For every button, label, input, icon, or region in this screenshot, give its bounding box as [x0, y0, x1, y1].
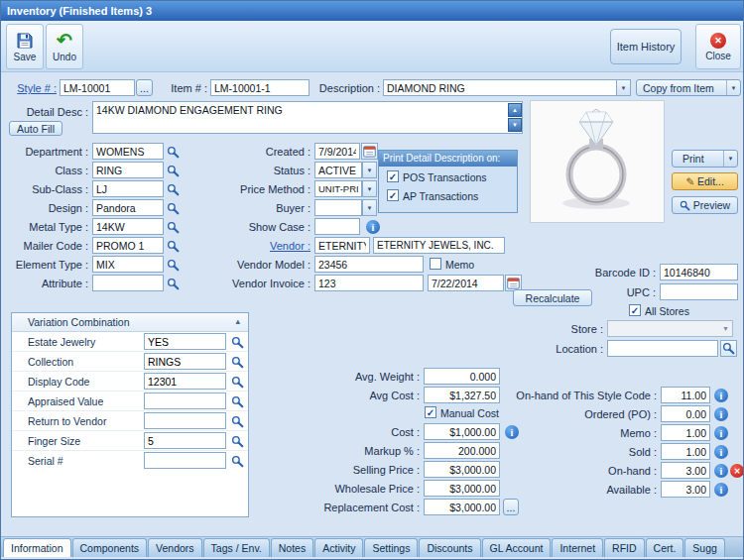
tab-vendors[interactable]: Vendors: [148, 538, 202, 557]
onhand-style-input[interactable]: [661, 387, 710, 403]
pos-transactions-checkbox[interactable]: ✓: [387, 170, 399, 182]
memo-qty-input[interactable]: [661, 424, 710, 441]
buyer-dropdown-button[interactable]: ▼: [362, 199, 377, 216]
created-calendar-button[interactable]: [361, 143, 378, 160]
recalculate-button[interactable]: Recalculate: [513, 289, 592, 306]
attribute-lookup-button[interactable]: [165, 276, 181, 291]
serial-number-input[interactable]: [144, 452, 226, 469]
item-history-button[interactable]: Item History: [610, 29, 682, 64]
tab-internet[interactable]: Internet: [552, 538, 603, 557]
tab-gl-account[interactable]: GL Account: [482, 538, 552, 557]
return-to-vendor-input[interactable]: [144, 412, 226, 429]
show-case-info-icon[interactable]: i: [366, 220, 380, 234]
replacement-cost-more-button[interactable]: ...: [503, 499, 519, 515]
detail-desc-textarea[interactable]: 14KW DIAMOND ENGAGEMENT RING: [92, 101, 523, 134]
tab-settings[interactable]: Settings: [364, 538, 418, 557]
tab-discounts[interactable]: Discounts: [419, 538, 480, 557]
department-input[interactable]: [92, 143, 164, 160]
vendor-input[interactable]: [314, 237, 370, 254]
sold-input[interactable]: [661, 443, 710, 460]
save-button[interactable]: Save: [6, 24, 44, 69]
finger-size-input[interactable]: [144, 432, 226, 449]
status-input[interactable]: [314, 162, 362, 178]
vendor-link[interactable]: Vendor :: [199, 240, 310, 252]
subclass-input[interactable]: [92, 180, 164, 197]
show-case-input[interactable]: [314, 218, 360, 235]
attribute-input[interactable]: [92, 275, 164, 291]
style-number-input[interactable]: [60, 79, 135, 96]
class-lookup-button[interactable]: [165, 163, 181, 178]
design-lookup-button[interactable]: [165, 200, 181, 216]
estate-jewelry-input[interactable]: [144, 333, 226, 350]
avg-weight-input[interactable]: [424, 368, 500, 385]
tab-components[interactable]: Components: [72, 538, 148, 557]
finger-size-lookup-button[interactable]: [229, 433, 245, 449]
available-input[interactable]: [661, 481, 710, 498]
onhand-style-info-icon[interactable]: i: [714, 389, 728, 402]
item-number-input[interactable]: [210, 79, 310, 96]
tab-cert[interactable]: Cert.: [646, 538, 684, 557]
appraised-value-lookup-button[interactable]: [229, 393, 245, 409]
preview-button[interactable]: Preview: [672, 196, 738, 214]
buyer-input[interactable]: [314, 199, 362, 216]
mailer-code-lookup-button[interactable]: [165, 238, 181, 254]
tab-activity[interactable]: Activity: [314, 538, 363, 557]
metal-type-lookup-button[interactable]: [165, 219, 181, 235]
style-lookup-more-button[interactable]: ...: [136, 79, 153, 96]
copy-from-item-button[interactable]: Copy from Item ▼: [636, 79, 741, 96]
element-type-input[interactable]: [92, 256, 164, 273]
upc-input[interactable]: [660, 283, 738, 300]
manual-cost-checkbox[interactable]: ✓: [425, 406, 436, 418]
replacement-cost-input[interactable]: [424, 499, 500, 515]
sold-info-icon[interactable]: i: [714, 445, 728, 459]
department-lookup-button[interactable]: [165, 144, 181, 160]
collection-lookup-button[interactable]: [229, 354, 245, 370]
all-stores-checkbox[interactable]: ✓: [629, 304, 641, 316]
mailer-code-input[interactable]: [92, 237, 164, 254]
price-method-dropdown-button[interactable]: ▼: [362, 180, 377, 197]
undo-button[interactable]: ↶ Undo: [46, 24, 83, 69]
available-info-icon[interactable]: i: [714, 483, 728, 497]
close-button[interactable]: ✕ Close: [695, 24, 741, 69]
element-type-lookup-button[interactable]: [165, 257, 181, 273]
appraised-value-input[interactable]: [144, 392, 226, 409]
location-lookup-button[interactable]: [720, 340, 737, 357]
auto-fill-button[interactable]: Auto Fill: [9, 121, 62, 136]
display-code-input[interactable]: [144, 373, 226, 390]
description-dropdown-button[interactable]: ▼: [616, 79, 631, 96]
subclass-lookup-button[interactable]: [165, 181, 181, 197]
estate-jewelry-lookup-button[interactable]: [229, 334, 245, 350]
detail-scroll-down-button[interactable]: ▼: [508, 118, 522, 132]
location-input[interactable]: [607, 340, 718, 357]
status-dropdown-button[interactable]: ▼: [362, 162, 377, 178]
created-input[interactable]: [314, 143, 360, 160]
tab-rfid[interactable]: RFID: [604, 538, 645, 557]
tab-notes[interactable]: Notes: [271, 538, 313, 557]
onhand-info-icon[interactable]: i: [714, 464, 728, 478]
print-button[interactable]: Print ▼: [672, 150, 738, 168]
display-code-lookup-button[interactable]: [229, 374, 245, 390]
vendor-model-input[interactable]: [314, 256, 424, 273]
store-dropdown[interactable]: ▼: [607, 320, 733, 337]
price-method-input[interactable]: [314, 180, 362, 197]
memo-qty-info-icon[interactable]: i: [714, 426, 728, 440]
class-input[interactable]: [92, 162, 164, 178]
return-to-vendor-lookup-button[interactable]: [229, 413, 245, 429]
ap-transactions-checkbox[interactable]: ✓: [387, 189, 399, 201]
edit-button[interactable]: ✎ Edit...: [672, 172, 738, 190]
copy-from-item-dropdown[interactable]: ▼: [726, 80, 740, 95]
vendor-invoice-input[interactable]: [314, 275, 424, 291]
tab-information[interactable]: Information: [3, 538, 71, 557]
ordered-po-input[interactable]: [661, 405, 710, 422]
ordered-po-info-icon[interactable]: i: [714, 407, 728, 421]
detail-scroll-up-button[interactable]: ▲: [508, 103, 522, 117]
collapse-icon[interactable]: ▴: [235, 316, 240, 326]
onhand-alert-icon[interactable]: ✕: [730, 464, 744, 478]
serial-number-lookup-button[interactable]: [229, 453, 245, 469]
invoice-date-input[interactable]: [428, 275, 504, 291]
memo-checkbox[interactable]: [430, 258, 441, 270]
barcode-id-input[interactable]: [660, 264, 738, 280]
tab-tags-env[interactable]: Tags / Env.: [203, 538, 270, 557]
print-dropdown[interactable]: ▼: [723, 151, 737, 167]
design-input[interactable]: [92, 199, 164, 216]
